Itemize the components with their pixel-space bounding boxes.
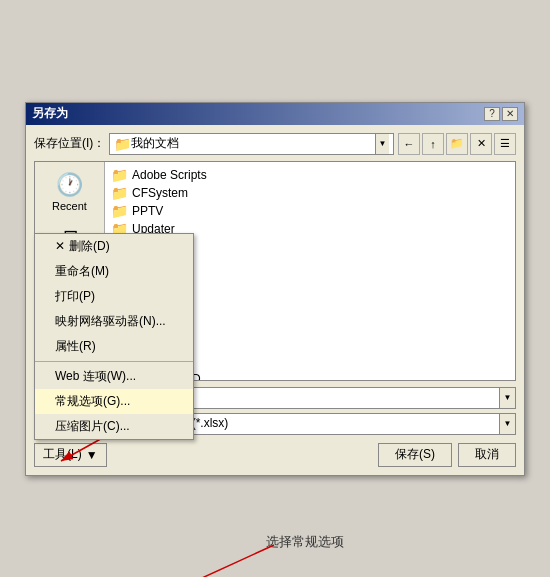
delete-button[interactable]: ✕ (470, 133, 492, 155)
tools-button[interactable]: 工具(L) ▼ (34, 443, 107, 467)
folder-icon: 📁 (114, 136, 131, 152)
annotation-select-option: 选择常规选项 (266, 533, 344, 551)
cancel-button[interactable]: 取消 (458, 443, 516, 467)
list-item[interactable]: 📁 Adobe Scripts (109, 166, 511, 184)
menu-item-label: Web 连项(W)... (55, 368, 136, 385)
menu-item-map-drive[interactable]: 映射网络驱动器(N)... (35, 309, 193, 334)
close-button[interactable]: ✕ (502, 107, 518, 121)
sidebar-item-label: Recent (52, 200, 87, 212)
list-item[interactable]: 📁 CFSystem (109, 184, 511, 202)
location-value: 我的文档 (131, 135, 375, 152)
menu-item-label: 压缩图片(C)... (55, 418, 130, 435)
menu-separator (35, 361, 193, 362)
title-bar-buttons: ? ✕ (484, 107, 518, 121)
menu-item-properties[interactable]: 属性(R) (35, 334, 193, 359)
folder-icon: 📁 (111, 185, 128, 201)
tools-arrow-icon: ▼ (86, 448, 98, 462)
title-bar: 另存为 ? ✕ (26, 103, 524, 125)
recent-icon: 🕐 (56, 172, 83, 198)
menu-item-delete[interactable]: ✕ 删除(D) (35, 234, 193, 259)
save-button[interactable]: 保存(S) (378, 443, 452, 467)
combo-arrow[interactable]: ▼ (375, 134, 389, 154)
menu-item-web[interactable]: Web 连项(W)... (35, 364, 193, 389)
button-row: 工具(L) ▼ 保存(S) 取消 (34, 443, 516, 467)
action-buttons: 保存(S) 取消 (378, 443, 516, 467)
menu-item-label: 打印(P) (55, 288, 95, 305)
file-name: CFSystem (132, 186, 188, 200)
menu-item-rename[interactable]: 重命名(M) (35, 259, 193, 284)
save-location-label: 保存位置(I)： (34, 135, 105, 152)
svg-line-3 (191, 545, 274, 578)
folder-icon: 📁 (111, 167, 128, 183)
back-button[interactable]: ← (398, 133, 420, 155)
menu-item-label: 重命名(M) (55, 263, 109, 280)
menu-item-general-options[interactable]: 常规选项(G)... (35, 389, 193, 414)
location-combo[interactable]: 📁 我的文档 ▼ (109, 133, 394, 155)
list-item[interactable]: 📁 PPTV (109, 202, 511, 220)
toolbar-icons: ← ↑ 📁 ✕ ☰ (398, 133, 516, 155)
menu-item-label: 常规选项(G)... (55, 393, 130, 410)
menu-item-print[interactable]: 打印(P) (35, 284, 193, 309)
dialog-title: 另存为 (32, 105, 68, 122)
menu-item-compress[interactable]: 压缩图片(C)... (35, 414, 193, 439)
delete-icon: ✕ (55, 239, 65, 253)
file-name: Adobe Scripts (132, 168, 207, 182)
tools-label: 工具(L) (43, 446, 82, 463)
file-name: PPTV (132, 204, 163, 218)
menu-item-label: 属性(R) (55, 338, 96, 355)
toolbar-row: 保存位置(I)： 📁 我的文档 ▼ ← ↑ 📁 ✕ ☰ (34, 133, 516, 155)
filename-arrow[interactable]: ▼ (499, 388, 515, 408)
menu-item-label: 映射网络驱动器(N)... (55, 313, 166, 330)
save-as-dialog: 另存为 ? ✕ 保存位置(I)： 📁 我的文档 ▼ ← ↑ 📁 ✕ ☰ (25, 102, 525, 476)
filetype-arrow[interactable]: ▼ (499, 414, 515, 434)
tools-dropdown-menu: ✕ 删除(D) 重命名(M) 打印(P) 映射网络驱动器(N)... 属性(R)… (34, 233, 194, 440)
help-button[interactable]: ? (484, 107, 500, 121)
up-button[interactable]: ↑ (422, 133, 444, 155)
view-button[interactable]: ☰ (494, 133, 516, 155)
new-folder-button[interactable]: 📁 (446, 133, 468, 155)
sidebar-item-recent[interactable]: 🕐 Recent (40, 168, 100, 216)
folder-icon: 📁 (111, 203, 128, 219)
